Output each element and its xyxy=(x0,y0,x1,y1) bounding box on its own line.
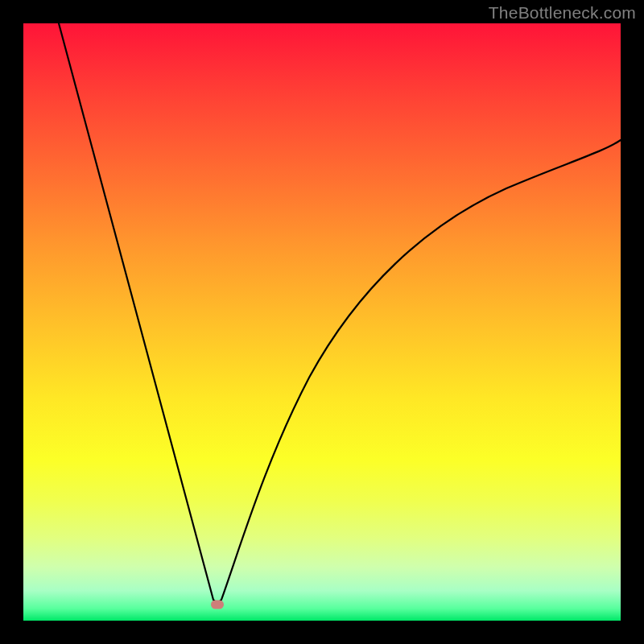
plot-area xyxy=(23,23,621,621)
bottleneck-curve xyxy=(23,23,621,621)
chart-frame: TheBottleneck.com xyxy=(0,0,644,644)
optimum-marker xyxy=(211,601,224,609)
curve-path xyxy=(59,23,621,602)
watermark-text: TheBottleneck.com xyxy=(489,3,636,23)
